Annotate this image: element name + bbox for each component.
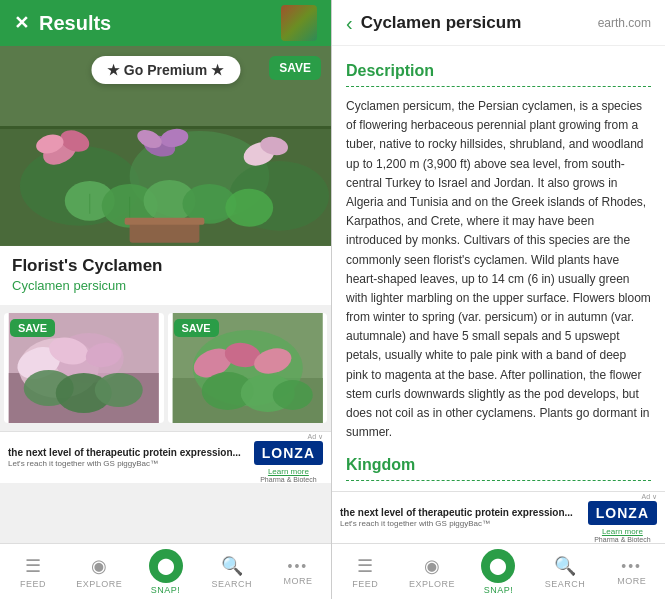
explore-icon-left: ◉ — [91, 555, 107, 577]
explore-icon-right: ◉ — [424, 555, 440, 577]
main-image-container: ★ Go Premium ★ SAVE — [0, 46, 331, 246]
snap-label-right: SNAP! — [484, 585, 514, 595]
ad-badge-right: Ad ∨ — [641, 493, 657, 501]
kingdom-title: Kingdom — [346, 456, 651, 474]
ad-title-right: the next level of therapeutic protein ex… — [340, 506, 580, 519]
left-header: ✕ Results — [0, 0, 331, 46]
plant-name: Florist's Cyclamen — [12, 256, 319, 276]
ad-logo-left: Ad ∨ LONZA Learn more Pharma & Biotech — [254, 433, 323, 483]
feed-label-left: FEED — [20, 579, 46, 589]
nav-feed-right[interactable]: ☰ FEED — [332, 544, 399, 599]
nav-explore-left[interactable]: ◉ EXPLORE — [66, 544, 132, 599]
snap-icon-right: ⬤ — [489, 556, 507, 575]
bottom-nav-right: ☰ FEED ◉ EXPLORE ⬤ SNAP! 🔍 SEARCH ••• MO… — [332, 543, 665, 599]
search-label-left: SEARCH — [211, 579, 252, 589]
snap-circle-right: ⬤ — [481, 549, 515, 583]
right-panel: ‹ Cyclamen persicum earth.com Descriptio… — [332, 0, 665, 599]
more-icon-right: ••• — [621, 558, 642, 574]
nav-snap-right[interactable]: ⬤ SNAP! — [465, 544, 532, 599]
svg-point-18 — [225, 189, 273, 227]
results-title: Results — [39, 12, 271, 35]
lonza-logo-right: LONZA — [588, 501, 657, 525]
small-card-2[interactable]: SAVE — [168, 313, 328, 423]
more-label-left: MORE — [283, 576, 312, 586]
feed-icon-left: ☰ — [25, 555, 41, 577]
description-section: Description Cyclamen persicum, the Persi… — [346, 62, 651, 442]
nav-search-right[interactable]: 🔍 SEARCH — [532, 544, 599, 599]
close-button[interactable]: ✕ — [14, 12, 29, 34]
small-card-1[interactable]: SAVE — [4, 313, 164, 423]
description-text: Cyclamen persicum, the Persian cyclamen,… — [346, 97, 651, 442]
search-icon-right: 🔍 — [554, 555, 576, 577]
snap-label-left: SNAP! — [151, 585, 181, 595]
right-header: ‹ Cyclamen persicum earth.com — [332, 0, 665, 46]
small-card-1-save[interactable]: SAVE — [10, 319, 55, 337]
svg-point-32 — [95, 373, 143, 407]
more-icon-left: ••• — [288, 558, 309, 574]
ad-banner-right: the next level of therapeutic protein ex… — [332, 491, 665, 543]
nav-explore-right[interactable]: ◉ EXPLORE — [399, 544, 466, 599]
nav-more-right[interactable]: ••• MORE — [598, 544, 665, 599]
ad-subtitle-right: Let's reach it together with GS piggyBac… — [340, 519, 580, 529]
plant-scientific-name: Cyclamen persicum — [12, 278, 319, 293]
ad-pharma-right: Pharma & Biotech — [594, 536, 650, 543]
card-info: Florist's Cyclamen Cyclamen persicum — [0, 246, 331, 305]
left-content: ★ Go Premium ★ SAVE Florist's Cyclamen C… — [0, 46, 331, 543]
explore-label-left: EXPLORE — [76, 579, 122, 589]
ad-pharma-left: Pharma & Biotech — [260, 476, 316, 483]
ad-logo-right: Ad ∨ LONZA Learn more Pharma & Biotech — [588, 493, 657, 543]
small-cards-row: SAVE SAVE — [0, 313, 331, 423]
ad-learn-more-left[interactable]: Learn more — [268, 467, 309, 476]
svg-rect-22 — [125, 218, 205, 225]
description-title: Description — [346, 62, 651, 80]
description-divider — [346, 86, 651, 87]
nav-snap-left[interactable]: ⬤ SNAP! — [132, 544, 198, 599]
ad-subtitle-left: Let's reach it together with GS piggyBac… — [8, 459, 246, 469]
snap-icon-left: ⬤ — [157, 556, 175, 575]
detail-title: Cyclamen persicum — [361, 13, 590, 33]
premium-badge[interactable]: ★ Go Premium ★ — [91, 56, 240, 84]
main-save-button[interactable]: SAVE — [269, 56, 321, 80]
explore-label-right: EXPLORE — [409, 579, 455, 589]
ad-title-left: the next level of therapeutic protein ex… — [8, 446, 246, 459]
svg-rect-2 — [0, 126, 331, 129]
header-thumbnail — [281, 5, 317, 41]
search-icon-left: 🔍 — [221, 555, 243, 577]
thumbnail-image — [281, 5, 317, 41]
lonza-logo-left: LONZA — [254, 441, 323, 465]
search-label-right: SEARCH — [545, 579, 586, 589]
ad-banner-left: the next level of therapeutic protein ex… — [0, 431, 331, 483]
feed-icon-right: ☰ — [357, 555, 373, 577]
feed-label-right: FEED — [352, 579, 378, 589]
more-label-right: MORE — [617, 576, 646, 586]
kingdom-section: Kingdom Plantae — [346, 456, 651, 491]
ad-badge-left: Ad ∨ — [307, 433, 323, 441]
svg-point-41 — [272, 380, 312, 410]
ad-text-right: the next level of therapeutic protein ex… — [340, 506, 580, 529]
nav-search-left[interactable]: 🔍 SEARCH — [199, 544, 265, 599]
snap-circle-left: ⬤ — [149, 549, 183, 583]
kingdom-divider — [346, 480, 651, 481]
bottom-nav-left: ☰ FEED ◉ EXPLORE ⬤ SNAP! 🔍 SEARCH ••• MO… — [0, 543, 331, 599]
main-plant-card: ★ Go Premium ★ SAVE Florist's Cyclamen C… — [0, 46, 331, 305]
nav-feed-left[interactable]: ☰ FEED — [0, 544, 66, 599]
left-panel: ✕ Results — [0, 0, 332, 599]
ad-text-left: the next level of therapeutic protein ex… — [8, 446, 246, 469]
back-button[interactable]: ‹ — [346, 13, 353, 33]
source-label: earth.com — [598, 16, 651, 30]
nav-more-left[interactable]: ••• MORE — [265, 544, 331, 599]
small-card-2-save[interactable]: SAVE — [174, 319, 219, 337]
ad-learn-more-right[interactable]: Learn more — [602, 527, 643, 536]
right-content: Description Cyclamen persicum, the Persi… — [332, 46, 665, 491]
